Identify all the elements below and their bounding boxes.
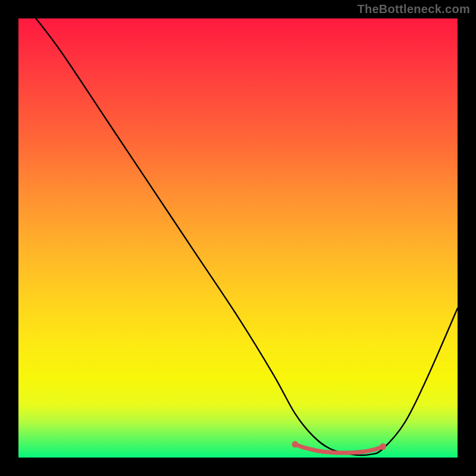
gradient-plot-area <box>18 18 458 458</box>
watermark-text: TheBottleneck.com <box>357 2 470 16</box>
chart-container: TheBottleneck.com <box>0 0 476 476</box>
